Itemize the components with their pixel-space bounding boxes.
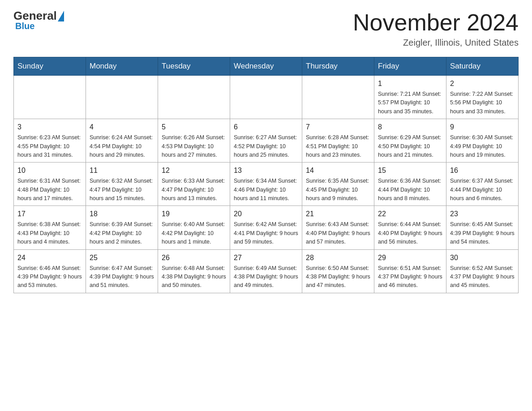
day-number: 14 bbox=[306, 165, 370, 176]
week-row-5: 24Sunrise: 6:46 AM Sunset: 4:39 PM Dayli… bbox=[14, 249, 519, 293]
day-info: Sunrise: 6:46 AM Sunset: 4:39 PM Dayligh… bbox=[17, 264, 82, 290]
calendar-cell: 6Sunrise: 6:27 AM Sunset: 4:52 PM Daylig… bbox=[230, 119, 302, 163]
day-number: 23 bbox=[450, 209, 515, 219]
calendar-cell bbox=[230, 76, 302, 119]
day-number: 16 bbox=[450, 165, 515, 176]
day-info: Sunrise: 6:47 AM Sunset: 4:39 PM Dayligh… bbox=[90, 264, 154, 290]
column-header-tuesday: Tuesday bbox=[158, 57, 230, 76]
calendar-cell: 12Sunrise: 6:33 AM Sunset: 4:47 PM Dayli… bbox=[158, 163, 230, 206]
day-info: Sunrise: 6:30 AM Sunset: 4:49 PM Dayligh… bbox=[450, 133, 515, 159]
day-number: 7 bbox=[306, 122, 370, 133]
calendar-cell: 30Sunrise: 6:52 AM Sunset: 4:37 PM Dayli… bbox=[446, 249, 519, 293]
calendar-cell: 20Sunrise: 6:42 AM Sunset: 4:41 PM Dayli… bbox=[230, 206, 302, 249]
calendar-cell: 18Sunrise: 6:39 AM Sunset: 4:42 PM Dayli… bbox=[86, 206, 158, 249]
day-number: 1 bbox=[378, 78, 442, 89]
day-info: Sunrise: 6:50 AM Sunset: 4:38 PM Dayligh… bbox=[306, 264, 370, 290]
day-info: Sunrise: 7:21 AM Sunset: 5:57 PM Dayligh… bbox=[378, 90, 442, 116]
calendar-header-row: SundayMondayTuesdayWednesdayThursdayFrid… bbox=[14, 57, 519, 76]
column-header-thursday: Thursday bbox=[302, 57, 374, 76]
day-number: 4 bbox=[90, 122, 154, 133]
day-number: 9 bbox=[450, 122, 515, 133]
calendar-cell: 9Sunrise: 6:30 AM Sunset: 4:49 PM Daylig… bbox=[446, 119, 519, 163]
day-number: 12 bbox=[162, 165, 226, 176]
header: General Blue November 2024 Zeigler, Illi… bbox=[13, 9, 519, 48]
day-number: 25 bbox=[90, 253, 154, 263]
day-number: 19 bbox=[162, 209, 226, 219]
week-row-3: 10Sunrise: 6:31 AM Sunset: 4:48 PM Dayli… bbox=[14, 163, 519, 206]
calendar-cell: 15Sunrise: 6:36 AM Sunset: 4:44 PM Dayli… bbox=[374, 163, 446, 206]
day-number: 6 bbox=[234, 122, 298, 133]
calendar-cell: 3Sunrise: 6:23 AM Sunset: 4:55 PM Daylig… bbox=[14, 119, 86, 163]
day-info: Sunrise: 6:38 AM Sunset: 4:43 PM Dayligh… bbox=[17, 220, 82, 246]
day-info: Sunrise: 7:22 AM Sunset: 5:56 PM Dayligh… bbox=[450, 90, 515, 116]
calendar-cell: 22Sunrise: 6:44 AM Sunset: 4:40 PM Dayli… bbox=[374, 206, 446, 249]
day-info: Sunrise: 6:40 AM Sunset: 4:42 PM Dayligh… bbox=[162, 220, 226, 246]
column-header-friday: Friday bbox=[374, 57, 446, 76]
day-info: Sunrise: 6:29 AM Sunset: 4:50 PM Dayligh… bbox=[378, 133, 442, 159]
day-number: 11 bbox=[90, 165, 154, 176]
day-info: Sunrise: 6:24 AM Sunset: 4:54 PM Dayligh… bbox=[90, 133, 154, 159]
calendar-cell bbox=[14, 76, 86, 119]
day-number: 13 bbox=[234, 165, 298, 176]
day-number: 27 bbox=[234, 253, 298, 263]
day-number: 18 bbox=[90, 209, 154, 219]
day-number: 17 bbox=[17, 209, 82, 219]
calendar-cell bbox=[302, 76, 374, 119]
day-number: 29 bbox=[378, 253, 442, 263]
calendar-cell: 5Sunrise: 6:26 AM Sunset: 4:53 PM Daylig… bbox=[158, 119, 230, 163]
column-header-wednesday: Wednesday bbox=[230, 57, 302, 76]
calendar-cell bbox=[86, 76, 158, 119]
location-subtitle: Zeigler, Illinois, United States bbox=[353, 38, 519, 48]
day-info: Sunrise: 6:44 AM Sunset: 4:40 PM Dayligh… bbox=[378, 220, 442, 246]
day-info: Sunrise: 6:39 AM Sunset: 4:42 PM Dayligh… bbox=[90, 220, 154, 246]
day-info: Sunrise: 6:23 AM Sunset: 4:55 PM Dayligh… bbox=[17, 133, 82, 159]
day-info: Sunrise: 6:45 AM Sunset: 4:39 PM Dayligh… bbox=[450, 220, 515, 246]
column-header-sunday: Sunday bbox=[14, 57, 86, 76]
calendar-cell: 10Sunrise: 6:31 AM Sunset: 4:48 PM Dayli… bbox=[14, 163, 86, 206]
logo: General Blue bbox=[13, 9, 65, 31]
calendar-cell: 28Sunrise: 6:50 AM Sunset: 4:38 PM Dayli… bbox=[302, 249, 374, 293]
day-number: 24 bbox=[17, 253, 82, 263]
calendar-cell: 8Sunrise: 6:29 AM Sunset: 4:50 PM Daylig… bbox=[374, 119, 446, 163]
title-area: November 2024 Zeigler, Illinois, United … bbox=[353, 9, 519, 48]
logo-triangle-icon bbox=[58, 11, 64, 21]
calendar-cell: 27Sunrise: 6:49 AM Sunset: 4:38 PM Dayli… bbox=[230, 249, 302, 293]
calendar-table: SundayMondayTuesdayWednesdayThursdayFrid… bbox=[13, 57, 519, 293]
calendar-cell: 11Sunrise: 6:32 AM Sunset: 4:47 PM Dayli… bbox=[86, 163, 158, 206]
logo-blue-text: Blue bbox=[15, 21, 34, 31]
day-number: 21 bbox=[306, 209, 370, 219]
calendar-cell bbox=[158, 76, 230, 119]
day-info: Sunrise: 6:31 AM Sunset: 4:48 PM Dayligh… bbox=[17, 177, 82, 203]
day-info: Sunrise: 6:48 AM Sunset: 4:38 PM Dayligh… bbox=[162, 264, 226, 290]
day-info: Sunrise: 6:49 AM Sunset: 4:38 PM Dayligh… bbox=[234, 264, 298, 290]
calendar-cell: 24Sunrise: 6:46 AM Sunset: 4:39 PM Dayli… bbox=[14, 249, 86, 293]
day-info: Sunrise: 6:34 AM Sunset: 4:46 PM Dayligh… bbox=[234, 177, 298, 203]
column-header-saturday: Saturday bbox=[446, 57, 519, 76]
calendar-cell: 14Sunrise: 6:35 AM Sunset: 4:45 PM Dayli… bbox=[302, 163, 374, 206]
calendar-cell: 2Sunrise: 7:22 AM Sunset: 5:56 PM Daylig… bbox=[446, 76, 519, 119]
day-number: 20 bbox=[234, 209, 298, 219]
day-info: Sunrise: 6:32 AM Sunset: 4:47 PM Dayligh… bbox=[90, 177, 154, 203]
day-info: Sunrise: 6:42 AM Sunset: 4:41 PM Dayligh… bbox=[234, 220, 298, 246]
day-info: Sunrise: 6:33 AM Sunset: 4:47 PM Dayligh… bbox=[162, 177, 226, 203]
day-info: Sunrise: 6:51 AM Sunset: 4:37 PM Dayligh… bbox=[378, 264, 442, 290]
day-number: 28 bbox=[306, 253, 370, 263]
day-number: 30 bbox=[450, 253, 515, 263]
day-number: 8 bbox=[378, 122, 442, 133]
day-number: 26 bbox=[162, 253, 226, 263]
calendar-cell: 16Sunrise: 6:37 AM Sunset: 4:44 PM Dayli… bbox=[446, 163, 519, 206]
week-row-1: 1Sunrise: 7:21 AM Sunset: 5:57 PM Daylig… bbox=[14, 76, 519, 119]
calendar-cell: 26Sunrise: 6:48 AM Sunset: 4:38 PM Dayli… bbox=[158, 249, 230, 293]
page-title: November 2024 bbox=[353, 9, 519, 36]
calendar-cell: 21Sunrise: 6:43 AM Sunset: 4:40 PM Dayli… bbox=[302, 206, 374, 249]
week-row-2: 3Sunrise: 6:23 AM Sunset: 4:55 PM Daylig… bbox=[14, 119, 519, 163]
week-row-4: 17Sunrise: 6:38 AM Sunset: 4:43 PM Dayli… bbox=[14, 206, 519, 249]
day-info: Sunrise: 6:36 AM Sunset: 4:44 PM Dayligh… bbox=[378, 177, 442, 203]
day-number: 22 bbox=[378, 209, 442, 219]
day-info: Sunrise: 6:43 AM Sunset: 4:40 PM Dayligh… bbox=[306, 220, 370, 246]
day-info: Sunrise: 6:28 AM Sunset: 4:51 PM Dayligh… bbox=[306, 133, 370, 159]
day-info: Sunrise: 6:27 AM Sunset: 4:52 PM Dayligh… bbox=[234, 133, 298, 159]
day-number: 15 bbox=[378, 165, 442, 176]
calendar-cell: 25Sunrise: 6:47 AM Sunset: 4:39 PM Dayli… bbox=[86, 249, 158, 293]
calendar-cell: 23Sunrise: 6:45 AM Sunset: 4:39 PM Dayli… bbox=[446, 206, 519, 249]
